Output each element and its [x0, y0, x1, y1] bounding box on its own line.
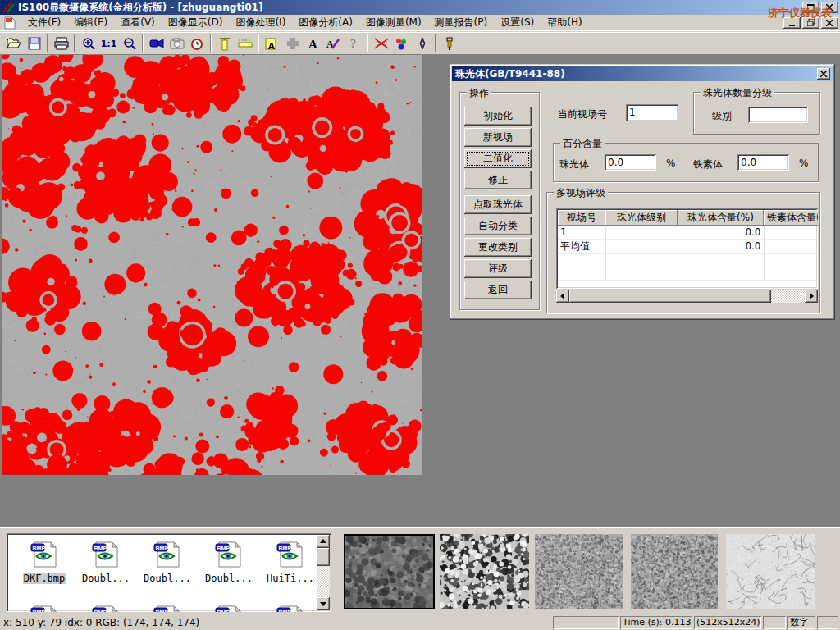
table-row[interactable]: 平均值0.0: [558, 239, 818, 253]
file-item[interactable]: Doubl...: [199, 540, 258, 584]
menu-edit[interactable]: 编辑(E): [67, 14, 114, 31]
status-size: (512x512x24): [694, 616, 761, 629]
auto-classify-button[interactable]: 自动分类: [464, 217, 532, 235]
menu-file[interactable]: 文件(F): [21, 14, 67, 31]
workspace: 珠光体(GB/T9441-88) 操作 初始化 新视场 二值化 修正 点取珠光体…: [0, 55, 840, 527]
file-list[interactable]: DKF.bmp Doubl... Doubl... Doubl... HuiTi…: [7, 533, 331, 612]
save-button[interactable]: [24, 34, 44, 53]
col-pearlite-content[interactable]: 珠光体含量(%): [678, 210, 764, 226]
text-button[interactable]: A: [303, 34, 323, 53]
zoom-out-button[interactable]: [119, 34, 139, 53]
file-item[interactable]: [199, 604, 258, 612]
ferrite-input[interactable]: 0.0: [737, 154, 789, 171]
file-item[interactable]: [15, 604, 74, 612]
col-ferrite-content[interactable]: 铁素体含量(%): [764, 210, 818, 226]
pen-button[interactable]: [412, 34, 432, 53]
binarize-button[interactable]: 二值化: [464, 149, 532, 168]
menu-image-measure[interactable]: 图像测量(M): [359, 14, 428, 31]
init-button[interactable]: 初始化: [464, 107, 532, 126]
menu-image-display[interactable]: 图像显示(D): [162, 14, 230, 31]
thumbnail-3[interactable]: [535, 534, 623, 609]
toolbar-separator: [258, 34, 259, 52]
menu-image-processing[interactable]: 图像处理(I): [229, 14, 292, 31]
camera-button[interactable]: [167, 34, 187, 53]
status-position: x: 510 y: 79 idx: 0 RGB: (174, 174, 174): [0, 617, 199, 628]
table-row[interactable]: 10.0: [558, 226, 818, 239]
file-item[interactable]: [261, 604, 320, 612]
app-window: IS100显微摄像系统(金相分析版) - [zhuguangti01] 济宁仪器…: [0, 0, 840, 630]
rate-button[interactable]: 评级: [464, 259, 532, 278]
multifield-table[interactable]: 视场号 珠光体级别 珠光体含量(%) 铁素体含量(%) 10.0 平均值0.0: [556, 208, 818, 289]
thumbnail-5[interactable]: [726, 534, 815, 609]
pearlite-input[interactable]: 0.0: [605, 154, 656, 171]
delete-measure-button[interactable]: [371, 34, 391, 53]
scroll-down-button[interactable]: [317, 597, 330, 610]
scroll-track[interactable]: [771, 290, 805, 303]
toolbar-separator: [435, 34, 436, 52]
grade-group-label: 珠光体数量分级: [701, 86, 774, 100]
current-field-input[interactable]: 1: [626, 104, 678, 121]
menu-settings[interactable]: 设置(S): [494, 14, 541, 31]
brand-overlay-text: 济宁仪器仪表: [768, 6, 832, 21]
pearlite-dialog: 珠光体(GB/T9441-88) 操作 初始化 新视场 二值化 修正 点取珠光体…: [450, 64, 835, 320]
scroll-up-button[interactable]: [317, 535, 330, 548]
file-item[interactable]: HuiTi...: [261, 540, 320, 584]
percent-group-label: 百分含量: [560, 137, 605, 151]
change-class-button[interactable]: 更改类别: [464, 238, 532, 257]
title-bar: IS100显微摄像系统(金相分析版) - [zhuguangti01]: [0, 0, 840, 15]
count-objects-button[interactable]: [391, 34, 412, 53]
measure-text-button[interactable]: A: [262, 34, 282, 53]
document-icon: [3, 16, 16, 30]
video-camera-button[interactable]: [146, 34, 167, 53]
status-mode: 数字: [788, 616, 815, 629]
ruler-horizontal-button[interactable]: [235, 34, 255, 53]
correct-button[interactable]: 修正: [464, 171, 532, 189]
file-item[interactable]: DKF.bmp: [15, 540, 74, 584]
menu-report[interactable]: 测量报告(P): [428, 14, 495, 31]
micrograph-image[interactable]: [2, 55, 422, 475]
dialog-close-button[interactable]: [817, 68, 830, 80]
svg-text:A: A: [268, 42, 275, 51]
file-list-scrollbar[interactable]: [317, 535, 330, 610]
file-item[interactable]: [138, 604, 197, 612]
pearlite-percent-sign: %: [666, 158, 675, 169]
annotate-button[interactable]: A: [323, 34, 344, 53]
file-item[interactable]: Doubl...: [76, 540, 135, 584]
bmp-file-icon: [30, 540, 59, 569]
file-item[interactable]: [76, 604, 135, 612]
col-pearlite-grade[interactable]: 珠光体级别: [605, 210, 678, 226]
scroll-thumb[interactable]: [569, 290, 771, 303]
toolbar-separator: [74, 34, 75, 52]
menu-image-analysis[interactable]: 图像分析(A): [292, 14, 359, 31]
open-button[interactable]: [3, 34, 24, 53]
return-button[interactable]: 返回: [464, 281, 532, 299]
file-item[interactable]: Doubl...: [138, 540, 197, 584]
pick-pearlite-button[interactable]: 点取珠光体: [464, 195, 532, 214]
col-field-number[interactable]: 视场号: [558, 210, 605, 226]
status-bar: x: 510 y: 79 idx: 0 RGB: (174, 174, 174)…: [0, 614, 840, 630]
help-button[interactable]: ?: [344, 34, 364, 53]
ruler-vertical-button[interactable]: [214, 34, 235, 53]
brush-button[interactable]: [439, 34, 459, 53]
grid-button[interactable]: [282, 34, 303, 53]
new-field-button[interactable]: 新视场: [464, 128, 532, 147]
dialog-title-bar[interactable]: 珠光体(GB/T9441-88): [452, 66, 833, 81]
thumbnail-2[interactable]: [440, 534, 529, 609]
menu-help[interactable]: 帮助(H): [541, 14, 588, 31]
status-empty-2: [763, 616, 786, 629]
zoom-in-button[interactable]: [78, 34, 98, 53]
timer-button[interactable]: [187, 34, 208, 53]
thumbnail-4[interactable]: [631, 534, 718, 609]
grade-label: 级别: [712, 109, 732, 123]
scroll-left-button[interactable]: [556, 290, 569, 303]
thumbnail-1[interactable]: [344, 534, 435, 609]
print-button[interactable]: [51, 34, 71, 53]
toolbar: 1:1 A A A ?: [0, 32, 840, 55]
table-hscrollbar[interactable]: [556, 290, 818, 303]
scroll-thumb[interactable]: [317, 548, 330, 566]
scroll-right-button[interactable]: [805, 290, 818, 303]
actual-size-button[interactable]: 1:1: [98, 34, 119, 53]
grade-input[interactable]: [748, 107, 808, 123]
status-empty-1: [553, 616, 619, 629]
menu-view[interactable]: 查看(V): [114, 14, 162, 31]
